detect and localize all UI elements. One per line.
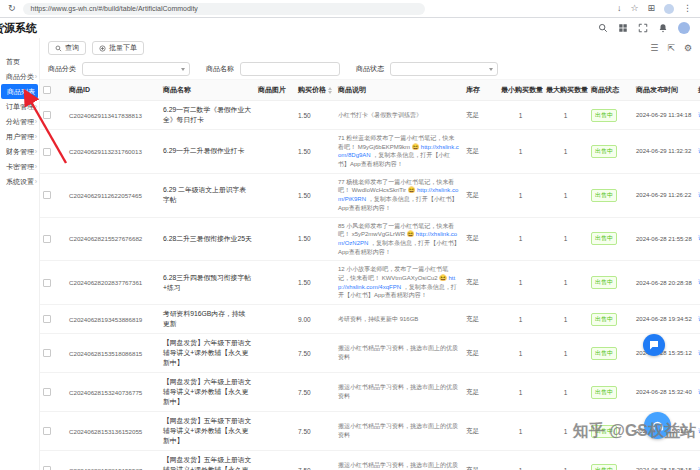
- sidebar-item[interactable]: 商品列表: [1, 84, 38, 99]
- query-button[interactable]: 查询: [48, 41, 86, 55]
- detail-link[interactable]: 详情: [695, 173, 700, 217]
- sidebar-item[interactable]: 系统设置›: [0, 174, 39, 189]
- detail-link[interactable]: 详情: [695, 261, 700, 305]
- row-checkbox[interactable]: [43, 279, 51, 287]
- sidebar-item[interactable]: 订单管理›: [0, 99, 39, 114]
- column-header: 商品发布时间: [633, 80, 695, 101]
- name-input[interactable]: [240, 62, 340, 76]
- detail-link[interactable]: 详情: [695, 130, 700, 174]
- commodity-name-cell: 【网盘发货】六年级下册语文辅导讲义+课外教辅【永久更新中】: [160, 334, 255, 373]
- status-cell: 出售中: [588, 130, 633, 174]
- column-header-label: 商品发布时间: [636, 86, 678, 93]
- stock-cell: 充足: [463, 334, 498, 373]
- min-buy-cell: 1: [498, 217, 543, 261]
- app-header: 货源系统: [0, 18, 700, 38]
- expand-icon[interactable]: ⇱: [667, 44, 675, 53]
- detail-link[interactable]: 详情: [695, 305, 700, 334]
- commodity-id-cell: C20240628153136152055: [66, 412, 160, 451]
- price-cell: 7.50: [295, 412, 335, 451]
- row-checkbox[interactable]: [43, 388, 51, 396]
- column-header[interactable]: 购买价格: [295, 80, 335, 101]
- detail-link[interactable]: 详情: [695, 334, 700, 373]
- row-checkbox[interactable]: [43, 191, 51, 199]
- download-icon[interactable]: ↓: [617, 4, 622, 13]
- detail-link[interactable]: 详情: [695, 217, 700, 261]
- sidebar-item[interactable]: 分站管理›: [0, 114, 39, 129]
- status-badge: 出售中: [591, 347, 617, 360]
- sidebar-item[interactable]: 财务管理›: [0, 144, 39, 159]
- status-select[interactable]: [390, 62, 498, 76]
- price-cell: 1.50: [295, 173, 335, 217]
- commodity-image-cell: [255, 217, 295, 261]
- column-settings-icon[interactable]: ⚙: [684, 44, 692, 53]
- bookmark-star-icon[interactable]: ☆: [630, 4, 638, 13]
- sidebar-item-label: 订单管理: [6, 102, 34, 112]
- batch-order-button-label: 批量下单: [109, 43, 137, 53]
- sidebar-item-label: 商品列表: [7, 87, 35, 97]
- detail-link[interactable]: 详情: [695, 451, 700, 470]
- sidebar-item[interactable]: 商品分类›: [0, 69, 39, 84]
- filter-bar: 商品分类 商品名称 商品状态: [40, 58, 700, 80]
- publish-time-cell: 2024-06-28 21:55:28: [633, 217, 695, 261]
- stock-cell: 充足: [463, 305, 498, 334]
- status-badge: 出售中: [591, 232, 617, 245]
- bell-icon[interactable]: [658, 23, 668, 33]
- description-text: 小红书打卡《暑假数学训练营》: [338, 112, 422, 118]
- row-checkbox[interactable]: [43, 235, 51, 243]
- description-text: 搬运小红书精品学习资料，挑选市面上的优质资料: [338, 384, 458, 399]
- browser-menu-icon[interactable]: ⋮: [683, 4, 692, 13]
- publish-time-cell: 2024-06-29 11:26:22: [633, 173, 695, 217]
- description-cell: 搬运小红书精品学习资料，挑选市面上的优质资料: [335, 451, 463, 470]
- grid-icon[interactable]: [618, 23, 628, 33]
- main-content: 查询 批量下单 ☰ ⇱ ⚙ 商品分类 商品名称 商品状态: [40, 38, 700, 470]
- commodity-id-cell: C20240628202837767361: [66, 261, 160, 305]
- row-checkbox[interactable]: [43, 466, 51, 470]
- column-header-label: 最小购买数量: [501, 86, 543, 93]
- row-select-cell: [40, 261, 66, 305]
- detail-link[interactable]: 详情: [695, 101, 700, 130]
- row-checkbox[interactable]: [43, 111, 51, 119]
- publish-time-cell: 2024-06-29 11:34:18: [633, 101, 695, 130]
- batch-order-button[interactable]: 批量下单: [92, 41, 144, 55]
- max-buy-cell: 1: [543, 451, 588, 470]
- status-filter-label: 商品状态: [356, 64, 384, 74]
- chat-float-button[interactable]: [643, 334, 665, 356]
- browser-toolbar-icons: ↓ ☆ ⊞ ⋮: [617, 4, 692, 14]
- description-cell: 搬运小红书精品学习资料，挑选市面上的优质资料: [335, 334, 463, 373]
- fullscreen-icon[interactable]: [638, 23, 648, 33]
- commodity-image-cell: [255, 451, 295, 470]
- sort-icon[interactable]: [328, 87, 332, 94]
- user-avatar[interactable]: [678, 22, 690, 34]
- sidebar-item[interactable]: 卡密管理›: [0, 159, 39, 174]
- search-icon[interactable]: [598, 23, 608, 33]
- description-cell: 考研资料，持续更新中 916GB: [335, 305, 463, 334]
- density-icon[interactable]: ☰: [650, 44, 658, 53]
- address-bar[interactable]: https://www.gs-wh.cn/#/build/table/Artif…: [23, 3, 425, 15]
- commodity-image-cell: [255, 412, 295, 451]
- row-checkbox[interactable]: [43, 349, 51, 357]
- row-checkbox[interactable]: [43, 427, 51, 435]
- min-buy-cell: 1: [498, 130, 543, 174]
- commodity-id-cell: C20240628193453886819: [66, 305, 160, 334]
- description-cell: 搬运小红书精品学习资料，挑选市面上的优质资料: [335, 373, 463, 412]
- column-header[interactable]: 最小购买数量: [498, 80, 543, 101]
- extensions-icon[interactable]: ⊞: [647, 4, 655, 13]
- column-header[interactable]: 最大购买数量: [543, 80, 588, 101]
- row-select-cell: [40, 173, 66, 217]
- publish-time-cell: 2024-06-28 15:35:12: [633, 334, 695, 373]
- row-checkbox[interactable]: [43, 315, 51, 323]
- refresh-icon[interactable]: ↻: [8, 4, 16, 13]
- select-all-checkbox[interactable]: [43, 86, 51, 94]
- sidebar-item[interactable]: 首页: [0, 54, 39, 69]
- status-cell: 出售中: [588, 334, 633, 373]
- row-checkbox[interactable]: [43, 148, 51, 156]
- browser-profile-avatar[interactable]: [664, 4, 674, 14]
- sidebar-item[interactable]: 用户管理›: [0, 129, 39, 144]
- detail-link[interactable]: 详情: [695, 373, 700, 412]
- column-header-label: 商品图片: [258, 86, 286, 93]
- status-badge: 出售中: [591, 189, 617, 202]
- column-header-label: 购买价格: [298, 86, 326, 93]
- category-select[interactable]: [82, 62, 190, 76]
- stock-cell: 充足: [463, 217, 498, 261]
- zhihu-watermark: 知乎 @GS权益站: [573, 421, 696, 442]
